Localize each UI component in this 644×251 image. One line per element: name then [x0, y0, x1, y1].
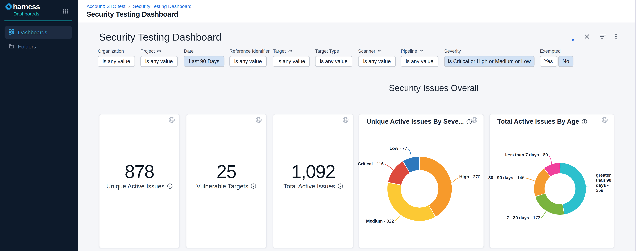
- dashboard-title: Security Testing Dashboard: [99, 31, 222, 43]
- stat-label: Unique Active Issues: [100, 183, 179, 190]
- sidebar-item-folders[interactable]: Folders: [4, 40, 72, 53]
- donut-hole: [544, 173, 576, 204]
- slice-label-greater-than-90-days: greater than 90 days- 359: [596, 172, 615, 193]
- tile-unique-active-issues: 878 Unique Active Issues: [99, 114, 180, 248]
- filter-pipeline[interactable]: is any value: [401, 56, 438, 67]
- slice-label-critical: Critical- 116: [358, 161, 384, 166]
- link-icon: [288, 49, 292, 53]
- close-icon[interactable]: [582, 32, 592, 41]
- filter-label-project: Project: [140, 48, 162, 53]
- globe-icon: [602, 117, 608, 125]
- screen: harness Dashboards: [0, 0, 644, 251]
- filter-label-organization: Organization: [98, 48, 124, 53]
- breadcrumb-account-link[interactable]: Account: STO test: [86, 4, 126, 9]
- filter-label-pipeline: Pipeline: [401, 48, 424, 53]
- filter-label-severity: Severity: [444, 48, 461, 53]
- app-grid-icon[interactable]: [62, 8, 68, 15]
- donut-card-title: Total Active Issues By Age: [498, 118, 587, 125]
- filter-label-reference-identifier: Reference Identifier: [230, 48, 270, 53]
- sidebar-item-label: Folders: [18, 43, 36, 50]
- info-icon: [251, 183, 256, 189]
- tile-total-active-issues-by-age: Total Active Issues By Age less than 7 d…: [489, 114, 614, 248]
- tile-vulnerable-targets: 25 Vulnerable Targets: [186, 114, 266, 248]
- filter-exempted-yes[interactable]: Yes: [540, 56, 557, 67]
- filter-reference-identifier[interactable]: is any value: [230, 56, 266, 67]
- filter-severity[interactable]: is Critical or High or Medium or Low: [444, 56, 534, 67]
- globe-icon: [255, 117, 262, 125]
- sidebar: harness Dashboards: [0, 0, 78, 251]
- top-header: Account: STO test › Security Testing Das…: [78, 0, 644, 23]
- filter-exempted-no[interactable]: No: [558, 56, 573, 67]
- dashboards-icon: [9, 29, 14, 36]
- stat-value: 25: [186, 161, 266, 182]
- breadcrumb-page-link[interactable]: Security Testing Dashboard: [133, 4, 192, 9]
- donut-card-title: Unique Active Issues By Seve...: [366, 118, 472, 125]
- severity-donut-chart[interactable]: [388, 157, 452, 221]
- donut-hole: [401, 170, 438, 208]
- slice-label-less-than-7-days: less than 7 days- 80: [505, 152, 548, 157]
- stat-label: Vulnerable Targets: [186, 183, 266, 190]
- harness-logo-icon: [5, 3, 12, 12]
- filter-label-exempted: Exempted: [540, 48, 561, 53]
- filter-label-scanner: Scanner: [358, 48, 382, 53]
- tile-unique-active-issues-by-severity: Unique Active Issues By Seve... Low- 77 …: [358, 114, 484, 248]
- link-icon: [157, 49, 162, 53]
- stat-value: 1,092: [273, 161, 353, 182]
- page-title: Security Testing Dashboard: [86, 10, 178, 19]
- link-icon: [419, 49, 424, 53]
- globe-icon: [168, 117, 175, 125]
- harness-wordmark: harness: [13, 2, 40, 11]
- filter-target-type[interactable]: is any value: [315, 56, 352, 67]
- folders-icon: [9, 43, 14, 50]
- globe-icon: [471, 117, 478, 125]
- dashboard-canvas: Security Testing Dashboard Organization …: [78, 23, 635, 251]
- section-heading: Security Issues Overall: [389, 83, 479, 93]
- breadcrumb: Account: STO test › Security Testing Das…: [86, 3, 192, 9]
- slice-label-high: High- 370: [459, 174, 480, 179]
- slice-label-low: Low- 77: [390, 146, 407, 151]
- filter-label-target: Target: [273, 48, 292, 53]
- filter-label-date: Date: [184, 48, 194, 53]
- filter-target[interactable]: is any value: [273, 56, 310, 67]
- sidebar-item-dashboards[interactable]: Dashboards: [4, 26, 72, 39]
- filter-icon[interactable]: [598, 32, 607, 41]
- link-icon: [378, 49, 382, 53]
- filter-scanner[interactable]: is any value: [358, 56, 396, 67]
- stat-value: 878: [100, 161, 179, 182]
- sidebar-item-label: Dashboards: [18, 29, 47, 35]
- stat-label: Total Active Issues: [273, 183, 353, 190]
- filter-project[interactable]: is any value: [140, 56, 178, 67]
- info-icon: [582, 119, 587, 124]
- slice-label-7-30-days: 7 - 30 days- 173: [507, 215, 540, 220]
- filter-label-target-type: Target Type: [315, 48, 339, 53]
- more-options-icon[interactable]: [611, 32, 620, 41]
- filter-date[interactable]: Last 90 Days: [184, 56, 224, 67]
- tile-total-active-issues: 1,092 Total Active Issues: [273, 114, 354, 248]
- slice-label-medium: Medium- 322: [366, 219, 394, 224]
- module-label: Dashboards: [13, 11, 39, 16]
- age-donut-chart[interactable]: [534, 163, 586, 215]
- slice-label-30-90-days: 30 - 90 days- 146: [488, 175, 524, 180]
- page-scrollbar[interactable]: [635, 0, 644, 251]
- info-icon: [167, 183, 172, 189]
- chevron-right-icon: ›: [128, 3, 130, 9]
- globe-icon: [342, 117, 349, 125]
- cursor-dot: [572, 39, 574, 41]
- sidebar-divider: [4, 20, 72, 21]
- filter-organization[interactable]: is any value: [98, 56, 135, 67]
- info-icon: [338, 183, 343, 189]
